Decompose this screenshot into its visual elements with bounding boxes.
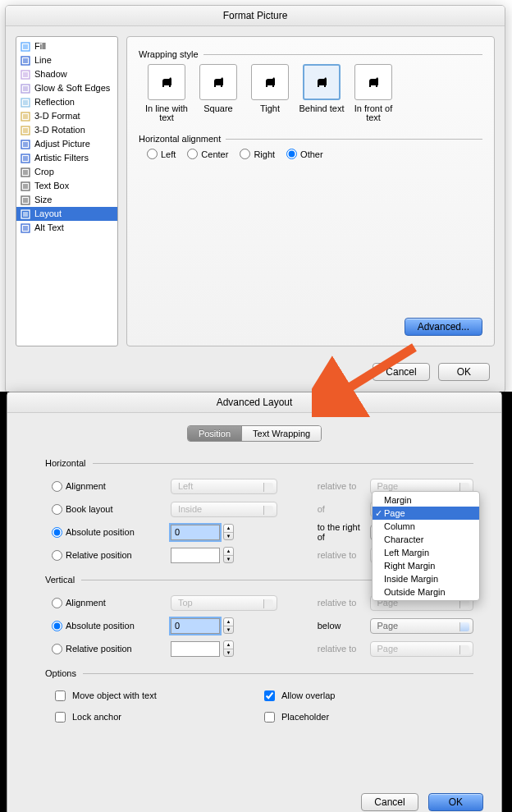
advanced-button[interactable]: Advanced...: [405, 318, 482, 336]
sidebar-item-size[interactable]: Size: [16, 193, 117, 207]
value-combo[interactable]: Top▴▾: [171, 595, 277, 611]
sidebar-item-shadow[interactable]: Shadow: [16, 67, 117, 81]
tab-position[interactable]: Position: [188, 426, 242, 441]
checkbox-input[interactable]: [264, 712, 275, 723]
ok-button[interactable]: OK: [428, 793, 483, 811]
option-checkbox[interactable]: Placeholder: [261, 706, 470, 727]
sidebar-item-label: 3-D Format: [34, 111, 80, 122]
radio-input[interactable]: [52, 598, 62, 608]
stepper-down-icon[interactable]: ▼: [224, 626, 233, 634]
sidebar-item-label: Size: [34, 195, 52, 205]
radio-input[interactable]: [52, 527, 62, 538]
size-icon: [20, 195, 31, 206]
radio-input[interactable]: [187, 149, 198, 159]
value-combo[interactable]: Inside▴▾: [171, 502, 277, 517]
option-checkbox[interactable]: Allow overlap: [261, 685, 470, 706]
svg-rect-34: [169, 85, 171, 87]
align-radio-center[interactable]: Center: [187, 149, 228, 159]
relative-combo[interactable]: Page▴▾: [370, 641, 474, 657]
dropdown-option[interactable]: Character: [373, 533, 479, 546]
radio-input[interactable]: [52, 644, 62, 654]
sidebar-item-label: Alt Text: [34, 222, 64, 233]
sidebar-item-crop[interactable]: Crop: [16, 165, 117, 179]
wrap-tile[interactable]: In line with text: [143, 64, 190, 122]
dropdown-option[interactable]: Page: [373, 507, 479, 520]
stepper-up-icon[interactable]: ▲: [224, 618, 233, 626]
wrap-tile[interactable]: In front of text: [350, 64, 397, 122]
position-radio[interactable]: Relative position: [52, 644, 171, 654]
dropdown-option[interactable]: Margin: [373, 493, 479, 507]
advanced-layout-dialog: Advanced Layout PositionText Wrapping Ho…: [7, 392, 502, 812]
radio-input[interactable]: [52, 504, 62, 515]
sidebar-item-3drotation[interactable]: 3-D Rotation: [16, 123, 117, 137]
position-radio[interactable]: Absolute position: [52, 527, 171, 538]
checkbox-input[interactable]: [264, 690, 275, 701]
position-input[interactable]: [171, 618, 220, 634]
stepper-up-icon[interactable]: ▲: [224, 548, 233, 555]
checkbox-input[interactable]: [55, 690, 66, 701]
position-radio[interactable]: Relative position: [52, 550, 171, 561]
position-radio[interactable]: Alignment: [52, 598, 171, 608]
tab-text-wrapping[interactable]: Text Wrapping: [242, 426, 321, 441]
sidebar-item-layout[interactable]: Layout: [16, 207, 117, 221]
svg-rect-23: [23, 198, 28, 203]
crop-icon: [20, 167, 31, 178]
options-section-label: Options: [45, 668, 473, 678]
sidebar-item-glow[interactable]: Glow & Soft Edges: [16, 81, 117, 95]
radio-input[interactable]: [240, 149, 250, 159]
option-checkbox[interactable]: Lock anchor: [52, 706, 261, 727]
ok-button[interactable]: OK: [438, 363, 490, 381]
align-radio-right[interactable]: Right: [240, 149, 275, 159]
radio-input[interactable]: [286, 149, 297, 159]
combo-value: Page: [377, 481, 399, 491]
stepper[interactable]: ▲▼: [223, 640, 234, 657]
radio-input[interactable]: [52, 481, 62, 492]
stepper[interactable]: ▲▼: [223, 617, 234, 634]
relation-label: below: [290, 621, 370, 631]
align-radio-left[interactable]: Left: [147, 149, 176, 159]
wrap-tile[interactable]: Behind text: [298, 64, 345, 122]
relative-to-dropdown[interactable]: MarginPageColumnCharacterLeft MarginRigh…: [372, 491, 480, 601]
stepper-up-icon[interactable]: ▲: [224, 525, 233, 532]
wrap-tile[interactable]: Tight: [246, 64, 294, 122]
sidebar-item-fill[interactable]: Fill: [16, 39, 117, 53]
stepper-down-icon[interactable]: ▼: [224, 532, 233, 540]
relative-combo[interactable]: Page▴▾: [370, 618, 474, 634]
position-input[interactable]: [171, 641, 220, 657]
stepper[interactable]: ▲▼: [223, 547, 234, 563]
dropdown-option[interactable]: Column: [373, 520, 479, 533]
dropdown-option[interactable]: Left Margin: [373, 546, 479, 559]
sidebar-item-3dformat[interactable]: 3-D Format: [16, 109, 117, 123]
sidebar-item-adjust[interactable]: Adjust Picture: [16, 137, 117, 151]
radio-input[interactable]: [52, 621, 62, 631]
wrap-tile[interactable]: Square: [194, 64, 242, 122]
position-radio[interactable]: Alignment: [52, 481, 171, 492]
value-combo[interactable]: Left▴▾: [171, 479, 277, 494]
sidebar-item-alttext[interactable]: Alt Text: [16, 221, 117, 235]
horizontal-alignment-row: LeftCenterRightOther: [147, 149, 482, 159]
sidebar-item-textbox[interactable]: Text Box: [16, 179, 117, 193]
chevron-updown-icon: ▴▾: [464, 645, 468, 654]
position-input[interactable]: [171, 525, 220, 540]
sidebar-item-reflection[interactable]: Reflection: [16, 95, 117, 109]
position-input[interactable]: [171, 548, 220, 563]
cancel-button[interactable]: Cancel: [361, 793, 418, 811]
dropdown-option[interactable]: Right Margin: [373, 559, 479, 572]
stepper[interactable]: ▲▼: [223, 524, 234, 540]
align-radio-other[interactable]: Other: [286, 149, 323, 159]
dropdown-option[interactable]: Inside Margin: [373, 572, 479, 585]
radio-input[interactable]: [147, 149, 158, 159]
position-radio[interactable]: Absolute position: [52, 621, 171, 631]
radio-input[interactable]: [52, 550, 62, 561]
stepper-down-icon[interactable]: ▼: [224, 555, 233, 563]
dropdown-option[interactable]: Outside Margin: [373, 585, 479, 599]
stepper-down-icon[interactable]: ▼: [224, 649, 233, 657]
checkbox-input[interactable]: [55, 712, 66, 723]
combo-value: Top: [178, 598, 193, 608]
position-radio[interactable]: Book layout: [52, 504, 171, 515]
sidebar-item-line[interactable]: Line: [16, 53, 117, 67]
option-checkbox[interactable]: Move object with text: [52, 685, 261, 706]
sidebar-item-filters[interactable]: Artistic Filters: [16, 151, 117, 165]
combo-value: Page: [377, 621, 399, 631]
stepper-up-icon[interactable]: ▲: [224, 641, 233, 649]
